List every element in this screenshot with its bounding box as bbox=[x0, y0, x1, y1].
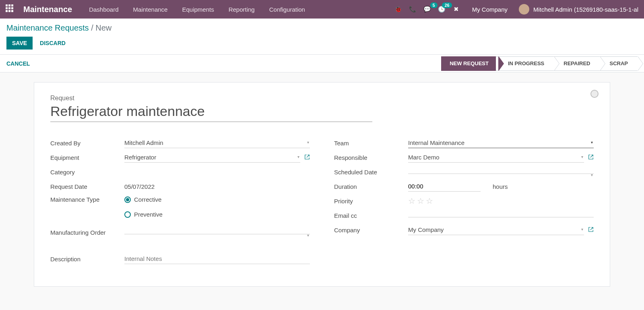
email-cc-field[interactable] bbox=[408, 214, 594, 217]
stage-new-request[interactable]: NEW REQUEST bbox=[441, 56, 498, 71]
bug-icon[interactable]: 🐞 bbox=[394, 6, 403, 13]
user-menu[interactable]: Mitchell Admin (15269180-saas-15-1-al bbox=[519, 4, 638, 14]
created-by-label: Created By bbox=[50, 140, 124, 147]
breadcrumb: Maintenance Requests / New bbox=[6, 23, 638, 33]
nav-menu: Dashboard Maintenance Equipments Reporti… bbox=[82, 6, 312, 13]
scheduled-date-label: Scheduled Date bbox=[334, 169, 408, 176]
cancel-button[interactable]: CANCEL bbox=[6, 60, 30, 67]
radio-preventive[interactable]: Preventive bbox=[124, 211, 163, 218]
equipment-label: Equipment bbox=[50, 154, 124, 161]
user-name: Mitchell Admin (15269180-saas-15-1-al bbox=[533, 6, 638, 13]
category-label: Category bbox=[50, 169, 124, 176]
breadcrumb-root[interactable]: Maintenance Requests bbox=[6, 23, 89, 32]
description-input[interactable] bbox=[124, 254, 310, 264]
nav-equipments[interactable]: Equipments bbox=[175, 6, 221, 13]
nav-dashboard[interactable]: Dashboard bbox=[82, 6, 126, 13]
company-external-link-icon[interactable] bbox=[588, 227, 594, 234]
stage-in-progress[interactable]: IN PROGRESS bbox=[496, 56, 554, 71]
conversations-icon[interactable]: 💬5 bbox=[423, 6, 432, 13]
priority-stars[interactable]: ☆ ☆ ☆ bbox=[408, 196, 433, 206]
conversations-badge: 5 bbox=[430, 2, 438, 8]
manufacturing-order-field[interactable]: ▾ bbox=[124, 231, 310, 234]
activities-icon[interactable]: 🕓26 bbox=[438, 6, 446, 13]
status-bar: NEW REQUEST IN PROGRESS REPAIRED SCRAP bbox=[441, 56, 638, 71]
duration-label: Duration bbox=[334, 183, 408, 190]
responsible-field[interactable]: Marc Demo▾ bbox=[408, 152, 584, 163]
radio-on-icon bbox=[124, 196, 131, 203]
duration-unit: hours bbox=[493, 183, 508, 190]
star-icon[interactable]: ☆ bbox=[408, 196, 415, 206]
app-brand[interactable]: Maintenance bbox=[23, 5, 72, 14]
request-name-input[interactable] bbox=[50, 103, 372, 122]
phone-icon[interactable]: 📞 bbox=[409, 6, 417, 13]
breadcrumb-current: New bbox=[95, 23, 111, 32]
request-label: Request bbox=[50, 95, 594, 102]
tools-icon[interactable]: ✖ bbox=[452, 6, 461, 13]
top-navbar: Maintenance Dashboard Maintenance Equipm… bbox=[0, 0, 644, 19]
maintenance-type-label: Maintenance Type bbox=[50, 196, 124, 203]
company-switcher[interactable]: My Company bbox=[472, 6, 508, 13]
responsible-external-link-icon[interactable] bbox=[588, 154, 594, 161]
company-field[interactable]: My Company▾ bbox=[408, 225, 584, 235]
description-label: Description bbox=[50, 256, 124, 262]
save-button[interactable]: SAVE bbox=[6, 37, 33, 50]
nav-maintenance[interactable]: Maintenance bbox=[126, 6, 175, 13]
form-sheet: Request Created By Mitchell Admin▾ Equip… bbox=[34, 82, 610, 287]
equipment-external-link-icon[interactable] bbox=[304, 154, 310, 161]
avatar bbox=[519, 4, 529, 14]
priority-label: Priority bbox=[334, 198, 408, 205]
discard-button[interactable]: DISCARD bbox=[40, 37, 66, 50]
company-label: Company bbox=[334, 227, 408, 234]
star-icon[interactable]: ☆ bbox=[426, 196, 433, 206]
manufacturing-order-label: Manufacturing Order bbox=[50, 229, 124, 236]
nav-reporting[interactable]: Reporting bbox=[221, 6, 262, 13]
request-date-value: 05/07/2022 bbox=[124, 183, 155, 190]
equipment-field[interactable]: Refrigerator▾ bbox=[124, 152, 300, 163]
nav-configuration[interactable]: Configuration bbox=[262, 6, 312, 13]
email-cc-label: Email cc bbox=[334, 212, 408, 219]
apps-icon[interactable] bbox=[6, 4, 15, 14]
status-row: CANCEL NEW REQUEST IN PROGRESS REPAIRED … bbox=[0, 55, 644, 72]
radio-corrective[interactable]: Corrective bbox=[124, 196, 161, 203]
scheduled-date-field[interactable]: ▾ bbox=[408, 170, 594, 174]
created-by-field[interactable]: Mitchell Admin▾ bbox=[124, 138, 310, 148]
team-field[interactable]: Internal Maintenance▾ bbox=[408, 138, 594, 148]
request-date-label: Request Date bbox=[50, 183, 124, 190]
activities-badge: 26 bbox=[442, 2, 452, 8]
radio-off-icon bbox=[124, 211, 131, 218]
kanban-state-toggle[interactable] bbox=[590, 90, 599, 98]
team-label: Team bbox=[334, 140, 408, 147]
star-icon[interactable]: ☆ bbox=[417, 196, 424, 206]
duration-input[interactable] bbox=[408, 181, 481, 192]
control-panel: Maintenance Requests / New SAVE DISCARD bbox=[0, 19, 644, 55]
responsible-label: Responsible bbox=[334, 154, 408, 161]
